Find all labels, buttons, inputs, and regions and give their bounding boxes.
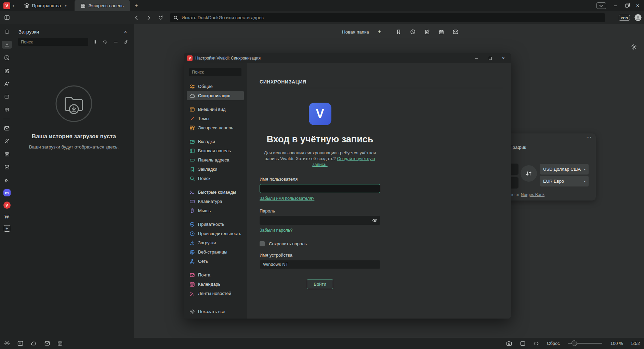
history-panel-icon[interactable] bbox=[2, 54, 12, 62]
dialog-minimize-button[interactable] bbox=[475, 56, 478, 60]
contacts-panel-icon[interactable] bbox=[2, 137, 12, 145]
settings-nav-tabs[interactable]: Вкладки bbox=[187, 137, 244, 146]
dialog-maximize-button[interactable] bbox=[489, 57, 492, 60]
notes-shortcut-icon[interactable] bbox=[424, 29, 430, 35]
settings-nav-show-all[interactable]: Показать все bbox=[187, 307, 244, 316]
page-actions-code-icon[interactable] bbox=[534, 341, 539, 346]
settings-nav-general[interactable]: Общие bbox=[187, 82, 244, 91]
calendar-status-icon[interactable] bbox=[57, 341, 63, 346]
feeds-panel-icon[interactable] bbox=[2, 176, 12, 184]
settings-nav-appearance[interactable]: Внешний вид bbox=[187, 105, 244, 114]
settings-nav-keyboard[interactable]: Клавиатура bbox=[187, 197, 244, 206]
clear-downloads-button[interactable] bbox=[122, 38, 130, 46]
settings-nav-speed-dial[interactable]: Экспресс-панель bbox=[187, 123, 244, 132]
layers-icon bbox=[24, 3, 30, 9]
settings-gear-icon[interactable] bbox=[4, 340, 10, 346]
mail-status-icon[interactable] bbox=[44, 341, 50, 346]
settings-search-input[interactable] bbox=[189, 68, 241, 76]
profile-avatar[interactable] bbox=[634, 14, 642, 22]
forward-button[interactable] bbox=[144, 13, 154, 22]
history-shortcut-icon[interactable] bbox=[410, 29, 416, 35]
username-input[interactable] bbox=[260, 184, 380, 193]
settings-nav-themes[interactable]: Темы bbox=[187, 114, 244, 123]
settings-nav-network[interactable]: Сеть bbox=[187, 257, 244, 266]
address-input[interactable] bbox=[181, 15, 602, 21]
vivaldi-menu-button[interactable]: V ▾ bbox=[3, 2, 14, 9]
settings-nav-bookmarks[interactable]: Закладки bbox=[187, 165, 244, 174]
login-title: Вход в учётную запись bbox=[260, 134, 380, 145]
window-panel-icon[interactable] bbox=[2, 93, 12, 101]
settings-nav-calendar[interactable]: Календарь bbox=[187, 280, 244, 289]
settings-nav-sync[interactable]: Синхронизация bbox=[187, 91, 244, 100]
calendar-panel-icon[interactable] bbox=[2, 150, 12, 158]
download-icon bbox=[189, 240, 195, 246]
downloads-search-input[interactable] bbox=[18, 38, 88, 46]
zoom-reset-button[interactable]: Сброс bbox=[547, 341, 560, 346]
swap-currencies-button[interactable] bbox=[521, 165, 537, 182]
rates-source-link[interactable]: Norges Bank bbox=[521, 192, 544, 197]
settings-nav-performance[interactable]: Производительность bbox=[187, 229, 244, 238]
toolbar-overflow-button[interactable] bbox=[596, 2, 606, 9]
forgot-username-link[interactable]: Забыли имя пользователя? bbox=[260, 196, 314, 201]
dialog-close-button[interactable]: × bbox=[502, 56, 505, 61]
notes-panel-icon[interactable] bbox=[2, 67, 12, 75]
mail-panel-icon[interactable] bbox=[2, 124, 12, 132]
pause-downloads-button[interactable] bbox=[90, 38, 99, 46]
login-button[interactable]: Войти bbox=[307, 279, 333, 289]
remove-download-button[interactable] bbox=[111, 38, 120, 46]
tab-speed-dial[interactable]: Экспресс-панель bbox=[75, 0, 130, 11]
zoom-slider[interactable] bbox=[568, 343, 602, 344]
settings-nav-mail[interactable]: Почта bbox=[187, 270, 244, 280]
settings-nav-quick-commands[interactable]: Быстрые команды bbox=[187, 188, 244, 197]
settings-nav-webpages[interactable]: Веб-страницы bbox=[187, 247, 244, 257]
reading-list-panel-icon[interactable] bbox=[2, 106, 12, 114]
vpn-badge[interactable]: VPN bbox=[619, 15, 630, 21]
spaces-button[interactable]: Пространства ▾ bbox=[22, 1, 69, 10]
tasks-panel-icon[interactable] bbox=[2, 163, 12, 171]
to-currency-select[interactable]: EUR Евро ▾ bbox=[540, 176, 589, 186]
reload-button[interactable] bbox=[156, 13, 165, 22]
vivaldi-webpanel-icon[interactable]: V bbox=[3, 202, 11, 209]
translate-panel-icon[interactable] bbox=[2, 80, 12, 88]
address-field[interactable] bbox=[170, 13, 605, 22]
widget-tab-chart[interactable]: График bbox=[510, 145, 526, 150]
capture-page-camera-icon[interactable] bbox=[506, 341, 512, 346]
new-folder-button[interactable]: Новая папка bbox=[342, 29, 369, 35]
settings-nav-feeds[interactable]: Ленты новостей bbox=[187, 289, 244, 298]
forgot-password-link[interactable]: Забыли пароль? bbox=[260, 228, 293, 233]
minimize-button[interactable] bbox=[614, 4, 618, 8]
mail-shortcut-icon[interactable] bbox=[453, 29, 458, 34]
mastodon-webpanel-icon[interactable]: m bbox=[3, 189, 11, 196]
panel-toggle-icon[interactable] bbox=[2, 13, 12, 22]
speed-dial-settings-gear-icon[interactable] bbox=[631, 44, 637, 50]
toggle-panel-icon[interactable] bbox=[17, 341, 23, 346]
back-button[interactable] bbox=[131, 13, 141, 22]
from-currency-select[interactable]: USD Доллар США ▾ bbox=[540, 164, 589, 174]
bookmarks-panel-icon[interactable] bbox=[2, 28, 12, 36]
add-speed-dial-button[interactable]: + bbox=[378, 29, 381, 35]
wikipedia-webpanel-icon[interactable]: W bbox=[4, 214, 9, 220]
close-window-button[interactable]: × bbox=[636, 3, 639, 9]
calendar-shortcut-icon[interactable] bbox=[439, 29, 444, 35]
settings-nav-mouse[interactable]: Мышь bbox=[187, 206, 244, 215]
sync-status-cloud-icon[interactable] bbox=[31, 341, 37, 346]
bookmarks-shortcut-icon[interactable] bbox=[396, 29, 401, 35]
zoom-slider-knob[interactable] bbox=[571, 340, 577, 346]
settings-nav-address-bar[interactable]: Панель адреса bbox=[187, 155, 244, 165]
toggle-images-icon[interactable] bbox=[520, 341, 525, 346]
new-tab-button[interactable]: + bbox=[135, 2, 138, 9]
device-name-input[interactable] bbox=[260, 260, 380, 269]
password-input[interactable] bbox=[260, 216, 380, 225]
settings-dialog-titlebar[interactable]: V Настройки Vivaldi: Синхронизация × bbox=[184, 53, 511, 63]
retry-download-button[interactable] bbox=[101, 38, 109, 46]
show-password-eye-icon[interactable] bbox=[372, 218, 378, 223]
settings-nav-side-panel[interactable]: Боковая панель bbox=[187, 146, 244, 155]
add-webpanel-button[interactable]: + bbox=[4, 225, 10, 232]
save-password-checkbox[interactable] bbox=[260, 241, 265, 246]
downloads-panel-icon[interactable] bbox=[2, 41, 12, 49]
settings-nav-downloads[interactable]: Загрузки bbox=[187, 238, 244, 247]
restore-button[interactable] bbox=[625, 4, 629, 8]
settings-nav-privacy[interactable]: Приватность bbox=[187, 220, 244, 229]
close-panel-button[interactable]: × bbox=[124, 29, 127, 35]
settings-nav-search[interactable]: Поиск bbox=[187, 174, 244, 183]
